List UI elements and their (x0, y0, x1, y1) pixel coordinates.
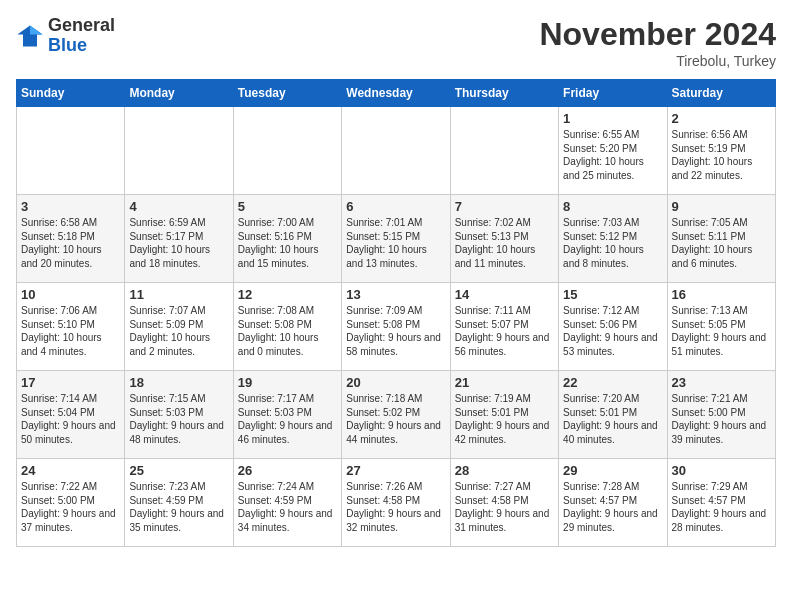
day-info-text: Sunrise: 7:07 AM Sunset: 5:09 PM Dayligh… (129, 304, 228, 358)
day-header-tuesday: Tuesday (233, 80, 341, 107)
day-number: 29 (563, 463, 662, 478)
day-info-text: Sunrise: 6:56 AM Sunset: 5:19 PM Dayligh… (672, 128, 771, 182)
calendar-cell: 1Sunrise: 6:55 AM Sunset: 5:20 PM Daylig… (559, 107, 667, 195)
calendar-cell: 3Sunrise: 6:58 AM Sunset: 5:18 PM Daylig… (17, 195, 125, 283)
day-number: 30 (672, 463, 771, 478)
calendar-cell: 6Sunrise: 7:01 AM Sunset: 5:15 PM Daylig… (342, 195, 450, 283)
day-number: 25 (129, 463, 228, 478)
day-info-text: Sunrise: 7:19 AM Sunset: 5:01 PM Dayligh… (455, 392, 554, 446)
day-header-sunday: Sunday (17, 80, 125, 107)
day-number: 9 (672, 199, 771, 214)
day-number: 8 (563, 199, 662, 214)
calendar-week-row: 17Sunrise: 7:14 AM Sunset: 5:04 PM Dayli… (17, 371, 776, 459)
logo: General Blue (16, 16, 115, 56)
calendar-table: SundayMondayTuesdayWednesdayThursdayFrid… (16, 79, 776, 547)
day-number: 6 (346, 199, 445, 214)
day-header-saturday: Saturday (667, 80, 775, 107)
day-number: 18 (129, 375, 228, 390)
calendar-cell: 16Sunrise: 7:13 AM Sunset: 5:05 PM Dayli… (667, 283, 775, 371)
calendar-cell (450, 107, 558, 195)
day-number: 20 (346, 375, 445, 390)
calendar-cell (233, 107, 341, 195)
calendar-cell: 2Sunrise: 6:56 AM Sunset: 5:19 PM Daylig… (667, 107, 775, 195)
day-number: 5 (238, 199, 337, 214)
day-info-text: Sunrise: 7:24 AM Sunset: 4:59 PM Dayligh… (238, 480, 337, 534)
calendar-cell: 23Sunrise: 7:21 AM Sunset: 5:00 PM Dayli… (667, 371, 775, 459)
location-subtitle: Tirebolu, Turkey (539, 53, 776, 69)
day-info-text: Sunrise: 7:05 AM Sunset: 5:11 PM Dayligh… (672, 216, 771, 270)
calendar-cell: 11Sunrise: 7:07 AM Sunset: 5:09 PM Dayli… (125, 283, 233, 371)
day-number: 23 (672, 375, 771, 390)
day-info-text: Sunrise: 7:23 AM Sunset: 4:59 PM Dayligh… (129, 480, 228, 534)
calendar-cell: 12Sunrise: 7:08 AM Sunset: 5:08 PM Dayli… (233, 283, 341, 371)
calendar-cell: 13Sunrise: 7:09 AM Sunset: 5:08 PM Dayli… (342, 283, 450, 371)
day-number: 13 (346, 287, 445, 302)
calendar-cell: 25Sunrise: 7:23 AM Sunset: 4:59 PM Dayli… (125, 459, 233, 547)
day-number: 28 (455, 463, 554, 478)
day-info-text: Sunrise: 7:26 AM Sunset: 4:58 PM Dayligh… (346, 480, 445, 534)
calendar-cell: 14Sunrise: 7:11 AM Sunset: 5:07 PM Dayli… (450, 283, 558, 371)
day-info-text: Sunrise: 7:12 AM Sunset: 5:06 PM Dayligh… (563, 304, 662, 358)
calendar-week-row: 10Sunrise: 7:06 AM Sunset: 5:10 PM Dayli… (17, 283, 776, 371)
calendar-cell: 19Sunrise: 7:17 AM Sunset: 5:03 PM Dayli… (233, 371, 341, 459)
svg-marker-1 (30, 25, 43, 34)
calendar-cell: 17Sunrise: 7:14 AM Sunset: 5:04 PM Dayli… (17, 371, 125, 459)
day-info-text: Sunrise: 7:11 AM Sunset: 5:07 PM Dayligh… (455, 304, 554, 358)
day-info-text: Sunrise: 7:28 AM Sunset: 4:57 PM Dayligh… (563, 480, 662, 534)
day-info-text: Sunrise: 6:55 AM Sunset: 5:20 PM Dayligh… (563, 128, 662, 182)
day-number: 1 (563, 111, 662, 126)
calendar-cell (342, 107, 450, 195)
day-number: 24 (21, 463, 120, 478)
day-header-wednesday: Wednesday (342, 80, 450, 107)
day-info-text: Sunrise: 7:15 AM Sunset: 5:03 PM Dayligh… (129, 392, 228, 446)
day-info-text: Sunrise: 7:27 AM Sunset: 4:58 PM Dayligh… (455, 480, 554, 534)
calendar-cell: 29Sunrise: 7:28 AM Sunset: 4:57 PM Dayli… (559, 459, 667, 547)
page-header: General Blue November 2024 Tirebolu, Tur… (16, 16, 776, 69)
day-number: 19 (238, 375, 337, 390)
day-number: 12 (238, 287, 337, 302)
day-number: 10 (21, 287, 120, 302)
calendar-cell: 9Sunrise: 7:05 AM Sunset: 5:11 PM Daylig… (667, 195, 775, 283)
calendar-cell: 21Sunrise: 7:19 AM Sunset: 5:01 PM Dayli… (450, 371, 558, 459)
day-info-text: Sunrise: 7:17 AM Sunset: 5:03 PM Dayligh… (238, 392, 337, 446)
day-number: 11 (129, 287, 228, 302)
day-number: 26 (238, 463, 337, 478)
calendar-cell: 22Sunrise: 7:20 AM Sunset: 5:01 PM Dayli… (559, 371, 667, 459)
calendar-body: 1Sunrise: 6:55 AM Sunset: 5:20 PM Daylig… (17, 107, 776, 547)
logo-bird-icon (16, 22, 44, 50)
day-number: 7 (455, 199, 554, 214)
day-info-text: Sunrise: 7:14 AM Sunset: 5:04 PM Dayligh… (21, 392, 120, 446)
day-info-text: Sunrise: 7:21 AM Sunset: 5:00 PM Dayligh… (672, 392, 771, 446)
calendar-cell: 20Sunrise: 7:18 AM Sunset: 5:02 PM Dayli… (342, 371, 450, 459)
day-info-text: Sunrise: 7:20 AM Sunset: 5:01 PM Dayligh… (563, 392, 662, 446)
calendar-week-row: 24Sunrise: 7:22 AM Sunset: 5:00 PM Dayli… (17, 459, 776, 547)
day-info-text: Sunrise: 7:06 AM Sunset: 5:10 PM Dayligh… (21, 304, 120, 358)
calendar-cell: 7Sunrise: 7:02 AM Sunset: 5:13 PM Daylig… (450, 195, 558, 283)
calendar-cell: 27Sunrise: 7:26 AM Sunset: 4:58 PM Dayli… (342, 459, 450, 547)
day-info-text: Sunrise: 7:08 AM Sunset: 5:08 PM Dayligh… (238, 304, 337, 358)
calendar-cell: 8Sunrise: 7:03 AM Sunset: 5:12 PM Daylig… (559, 195, 667, 283)
logo-text: General Blue (48, 16, 115, 56)
calendar-week-row: 3Sunrise: 6:58 AM Sunset: 5:18 PM Daylig… (17, 195, 776, 283)
calendar-cell (17, 107, 125, 195)
calendar-cell (125, 107, 233, 195)
day-info-text: Sunrise: 6:58 AM Sunset: 5:18 PM Dayligh… (21, 216, 120, 270)
day-info-text: Sunrise: 7:01 AM Sunset: 5:15 PM Dayligh… (346, 216, 445, 270)
day-number: 4 (129, 199, 228, 214)
day-header-thursday: Thursday (450, 80, 558, 107)
calendar-week-row: 1Sunrise: 6:55 AM Sunset: 5:20 PM Daylig… (17, 107, 776, 195)
calendar-header-row: SundayMondayTuesdayWednesdayThursdayFrid… (17, 80, 776, 107)
day-number: 14 (455, 287, 554, 302)
day-number: 21 (455, 375, 554, 390)
calendar-cell: 24Sunrise: 7:22 AM Sunset: 5:00 PM Dayli… (17, 459, 125, 547)
day-info-text: Sunrise: 7:03 AM Sunset: 5:12 PM Dayligh… (563, 216, 662, 270)
calendar-cell: 15Sunrise: 7:12 AM Sunset: 5:06 PM Dayli… (559, 283, 667, 371)
day-number: 2 (672, 111, 771, 126)
calendar-cell: 4Sunrise: 6:59 AM Sunset: 5:17 PM Daylig… (125, 195, 233, 283)
day-info-text: Sunrise: 7:09 AM Sunset: 5:08 PM Dayligh… (346, 304, 445, 358)
title-block: November 2024 Tirebolu, Turkey (539, 16, 776, 69)
day-info-text: Sunrise: 7:00 AM Sunset: 5:16 PM Dayligh… (238, 216, 337, 270)
day-header-monday: Monday (125, 80, 233, 107)
day-info-text: Sunrise: 7:18 AM Sunset: 5:02 PM Dayligh… (346, 392, 445, 446)
day-header-friday: Friday (559, 80, 667, 107)
